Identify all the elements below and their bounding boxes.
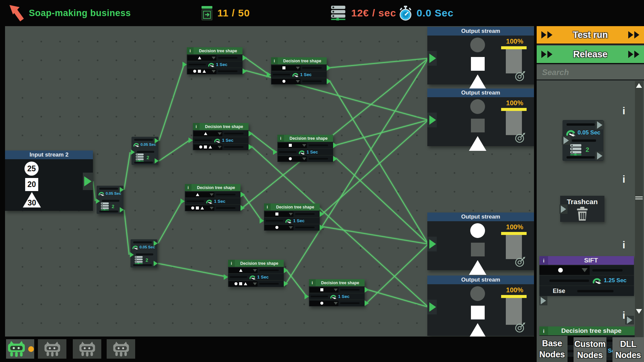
dropdown-caret-icon[interactable]: [253, 269, 257, 272]
info-badge[interactable]: i: [539, 326, 548, 335]
condition-row[interactable]: [277, 142, 333, 148]
accuracy-target[interactable]: [515, 70, 526, 83]
condition-row[interactable]: [228, 267, 284, 274]
palette-scrollbar[interactable]: [635, 81, 643, 362]
output-port-2[interactable]: [155, 158, 159, 164]
condition-row[interactable]: [187, 68, 243, 74]
input-stream-node[interactable]: Input stream 2 25 20 30: [5, 150, 93, 211]
dropdown-caret-icon[interactable]: [289, 213, 293, 216]
condition-row[interactable]: [264, 210, 320, 217]
process-row[interactable]: 1 Sec: [264, 217, 320, 224]
dropdown-caret-icon[interactable]: [218, 146, 222, 148]
dropdown-caret-icon[interactable]: [218, 132, 222, 135]
condition-row[interactable]: [277, 155, 333, 162]
scroll-down-icon[interactable]: [636, 309, 642, 314]
info-badge[interactable]: i: [187, 47, 194, 54]
condition-row[interactable]: [228, 280, 284, 287]
palette-tab-custom[interactable]: Custom Nodes: [574, 337, 606, 362]
decision-tree-node[interactable]: i Decision tree shape 1 Sec: [193, 123, 249, 150]
dropdown-caret-icon[interactable]: [302, 158, 306, 160]
search-input[interactable]: [537, 65, 644, 80]
taskbar-slot-2[interactable]: [38, 339, 66, 359]
input-port[interactable]: [539, 296, 547, 305]
condition-row[interactable]: [539, 265, 634, 275]
decision-tree-node[interactable]: i Decision tree shape 1 Sec: [309, 279, 365, 306]
dropdown-caret-icon[interactable]: [253, 283, 257, 285]
process-row[interactable]: 1 Sec: [187, 61, 243, 68]
input-port[interactable]: [96, 198, 100, 204]
dropdown-caret-icon[interactable]: [334, 289, 338, 291]
dropdown-caret-icon[interactable]: [302, 144, 306, 147]
condition-row[interactable]: [309, 286, 365, 293]
output-port-2[interactable]: [120, 207, 124, 213]
condition-row[interactable]: [271, 64, 327, 71]
info-icon[interactable]: i: [621, 311, 627, 320]
process-row[interactable]: 1 Sec: [271, 71, 327, 78]
process-row[interactable]: 1 Sec: [193, 137, 249, 143]
dropdown-caret-icon[interactable]: [296, 80, 300, 83]
output-stream-node[interactable]: Output stream 100%: [427, 213, 534, 270]
info-icon[interactable]: i: [621, 241, 627, 249]
output-stream-node[interactable]: Output stream 100%: [427, 88, 534, 146]
input-port[interactable]: [130, 252, 134, 257]
info-badge[interactable]: i: [309, 279, 316, 286]
info-badge[interactable]: i: [228, 260, 235, 267]
process-row[interactable]: 1.25 Sec: [539, 275, 634, 286]
process-row[interactable]: 1 Sec: [277, 148, 333, 155]
condition-row[interactable]: [185, 191, 240, 198]
decision-tree-node[interactable]: i Decision tree shape 1 Sec: [277, 135, 333, 162]
condition-row[interactable]: [264, 224, 320, 231]
palette-tab-dll[interactable]: DLL Nodes: [612, 337, 644, 362]
back-arrow-logo[interactable]: [8, 4, 25, 23]
condition-row[interactable]: [185, 204, 240, 211]
scrollbar-handle[interactable]: [635, 196, 643, 197]
palette-sift-node[interactable]: i SIFT 1.25 Sec Else: [539, 256, 634, 294]
accuracy-target[interactable]: [515, 132, 526, 145]
condition-row[interactable]: [271, 78, 327, 84]
output-port-2[interactable]: [154, 261, 158, 266]
info-badge[interactable]: i: [185, 184, 192, 191]
output-stream-node[interactable]: Output stream 100%: [427, 276, 534, 336]
dropdown-caret-icon[interactable]: [210, 193, 214, 196]
condition-row[interactable]: [193, 130, 249, 137]
input-port[interactable]: [427, 113, 437, 127]
info-badge[interactable]: i: [271, 57, 278, 64]
taskbar-slot-3[interactable]: [73, 339, 101, 359]
decision-tree-node[interactable]: i Decision tree shape 1 Sec: [271, 57, 327, 84]
info-badge[interactable]: i: [264, 203, 271, 210]
node-canvas[interactable]: Input stream 2 25 20 30 Output stream 10…: [5, 26, 534, 337]
dropdown-caret-icon[interactable]: [212, 57, 216, 59]
info-badge[interactable]: i: [277, 135, 284, 142]
scroll-up-icon[interactable]: [636, 83, 642, 88]
input-port[interactable]: [427, 300, 437, 314]
delay-node[interactable]: 0.05 Sec 2: [130, 239, 157, 267]
output-port[interactable]: [595, 121, 604, 129]
palette-delay-node[interactable]: 0.05 Sec 2: [562, 120, 603, 161]
palette-trashcan-node[interactable]: Trashcan: [560, 196, 604, 222]
decision-tree-node[interactable]: i Decision tree shape 1 Sec: [228, 260, 284, 287]
dropdown-caret-icon[interactable]: [212, 70, 216, 73]
input-port[interactable]: [131, 149, 135, 155]
dropdown-caret-icon[interactable]: [582, 268, 588, 272]
process-row[interactable]: 1 Sec: [185, 198, 240, 204]
info-badge[interactable]: i: [539, 256, 548, 265]
condition-row[interactable]: [187, 54, 243, 61]
info-icon[interactable]: i: [621, 175, 627, 184]
input-port[interactable]: [427, 51, 437, 66]
delay-node[interactable]: 0.05 Sec 2: [97, 186, 123, 214]
dropdown-caret-icon[interactable]: [296, 67, 300, 69]
condition-row[interactable]: [309, 300, 365, 306]
decision-tree-node[interactable]: i Decision tree shape 1 Sec: [264, 203, 320, 231]
decision-tree-node[interactable]: i Decision tree shape 1 Sec: [185, 184, 240, 211]
output-stream-node[interactable]: Output stream 100%: [427, 27, 534, 84]
release-button[interactable]: Release: [537, 46, 644, 64]
dropdown-caret-icon[interactable]: [289, 226, 293, 229]
taskbar-slot-1[interactable]: [6, 339, 34, 359]
accuracy-target[interactable]: [515, 256, 526, 269]
info-icon[interactable]: i: [621, 107, 627, 115]
delay-node[interactable]: 0.05 Sec 2: [131, 137, 158, 165]
decision-tree-node[interactable]: i Decision tree shape 1 Sec: [187, 47, 243, 74]
dropdown-caret-icon[interactable]: [210, 207, 214, 209]
accuracy-target[interactable]: [515, 322, 526, 335]
output-port[interactable]: [595, 152, 604, 160]
